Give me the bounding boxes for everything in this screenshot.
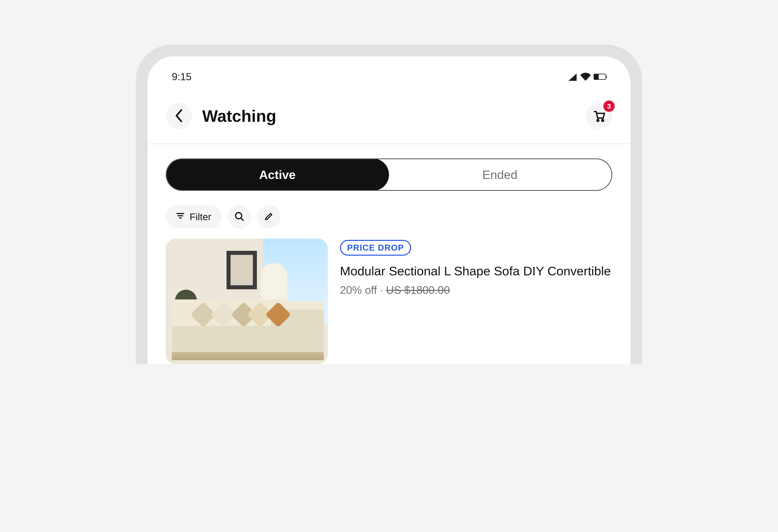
app-header: Watching 3: [148, 87, 630, 143]
cart-button[interactable]: 3: [586, 103, 612, 129]
filter-button[interactable]: Filter: [166, 205, 221, 229]
status-icons: [568, 73, 606, 81]
listing-item[interactable]: PRICE DROP Modular Sectional L Shape Sof…: [148, 239, 630, 364]
pencil-icon: [264, 211, 274, 222]
svg-point-1: [602, 120, 604, 121]
status-time: 9:15: [172, 71, 191, 83]
listing-title: Modular Sectional L Shape Sofa DIY Conve…: [340, 262, 612, 280]
tabs-container: Active Ended: [148, 144, 630, 199]
tab-active[interactable]: Active: [166, 158, 389, 191]
segmented-control: Active Ended: [166, 158, 612, 191]
listing-info: PRICE DROP Modular Sectional L Shape Sof…: [340, 239, 612, 296]
screen: 9:15 Watching: [148, 56, 630, 364]
search-icon: [234, 211, 244, 222]
svg-line-6: [241, 218, 243, 220]
cart-badge: 3: [603, 100, 615, 112]
device-frame: 9:15 Watching: [136, 45, 642, 364]
listing-subline: 20% off · US $1800.00: [340, 284, 612, 296]
price-drop-badge: PRICE DROP: [340, 240, 411, 256]
discount-text: 20% off: [340, 284, 377, 296]
battery-icon: [594, 74, 606, 80]
wifi-icon: [580, 73, 591, 81]
original-price: US $1800.00: [386, 284, 450, 296]
page-title: Watching: [202, 106, 576, 126]
svg-point-0: [597, 120, 599, 121]
cellular-icon: [568, 73, 577, 81]
listing-thumbnail: [166, 239, 328, 364]
filter-icon: [176, 211, 185, 222]
cart-icon: [592, 108, 606, 124]
back-button[interactable]: [166, 103, 192, 129]
tab-ended[interactable]: Ended: [388, 159, 612, 190]
chevron-left-icon: [174, 108, 184, 124]
edit-button[interactable]: [257, 205, 281, 229]
search-button[interactable]: [228, 205, 251, 229]
status-bar: 9:15: [148, 56, 630, 87]
action-row: Filter: [148, 199, 630, 239]
filter-label: Filter: [189, 211, 211, 222]
separator: ·: [377, 284, 386, 296]
